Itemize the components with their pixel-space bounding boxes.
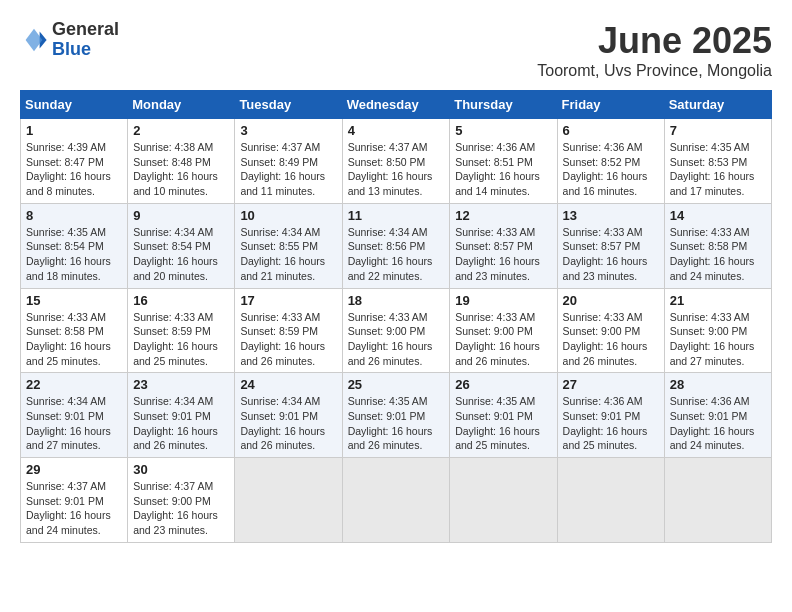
day-cell: 22 Sunrise: 4:34 AM Sunset: 9:01 PM Dayl…: [21, 373, 128, 458]
subtitle: Tooromt, Uvs Province, Mongolia: [537, 62, 772, 80]
day-number: 28: [670, 377, 766, 392]
day-number: 30: [133, 462, 229, 477]
day-cell: 11 Sunrise: 4:34 AM Sunset: 8:56 PM Dayl…: [342, 203, 450, 288]
day-detail: Sunrise: 4:33 AM Sunset: 8:58 PM Dayligh…: [26, 310, 122, 369]
calendar-week-row: 22 Sunrise: 4:34 AM Sunset: 9:01 PM Dayl…: [21, 373, 772, 458]
day-number: 17: [240, 293, 336, 308]
col-thursday: Thursday: [450, 91, 557, 119]
day-detail: Sunrise: 4:34 AM Sunset: 8:55 PM Dayligh…: [240, 225, 336, 284]
logo-general: General: [52, 19, 119, 39]
main-title: June 2025: [537, 20, 772, 62]
title-area: June 2025 Tooromt, Uvs Province, Mongoli…: [537, 20, 772, 80]
day-cell: 28 Sunrise: 4:36 AM Sunset: 9:01 PM Dayl…: [664, 373, 771, 458]
logo-icon: [20, 26, 48, 54]
day-cell: 8 Sunrise: 4:35 AM Sunset: 8:54 PM Dayli…: [21, 203, 128, 288]
logo-blue: Blue: [52, 39, 91, 59]
col-friday: Friday: [557, 91, 664, 119]
day-detail: Sunrise: 4:35 AM Sunset: 9:01 PM Dayligh…: [455, 394, 551, 453]
day-number: 24: [240, 377, 336, 392]
day-cell: 17 Sunrise: 4:33 AM Sunset: 8:59 PM Dayl…: [235, 288, 342, 373]
day-detail: Sunrise: 4:33 AM Sunset: 9:00 PM Dayligh…: [670, 310, 766, 369]
day-cell: 30 Sunrise: 4:37 AM Sunset: 9:00 PM Dayl…: [128, 458, 235, 543]
day-number: 6: [563, 123, 659, 138]
day-detail: Sunrise: 4:37 AM Sunset: 8:49 PM Dayligh…: [240, 140, 336, 199]
day-cell: 16 Sunrise: 4:33 AM Sunset: 8:59 PM Dayl…: [128, 288, 235, 373]
day-number: 14: [670, 208, 766, 223]
day-detail: Sunrise: 4:33 AM Sunset: 9:00 PM Dayligh…: [348, 310, 445, 369]
day-detail: Sunrise: 4:34 AM Sunset: 8:56 PM Dayligh…: [348, 225, 445, 284]
col-monday: Monday: [128, 91, 235, 119]
day-cell: 3 Sunrise: 4:37 AM Sunset: 8:49 PM Dayli…: [235, 119, 342, 204]
calendar-week-row: 15 Sunrise: 4:33 AM Sunset: 8:58 PM Dayl…: [21, 288, 772, 373]
empty-cell: [450, 458, 557, 543]
day-number: 18: [348, 293, 445, 308]
empty-cell: [557, 458, 664, 543]
calendar-header-row: Sunday Monday Tuesday Wednesday Thursday…: [21, 91, 772, 119]
day-cell: 10 Sunrise: 4:34 AM Sunset: 8:55 PM Dayl…: [235, 203, 342, 288]
day-detail: Sunrise: 4:33 AM Sunset: 8:57 PM Dayligh…: [563, 225, 659, 284]
col-wednesday: Wednesday: [342, 91, 450, 119]
day-cell: 18 Sunrise: 4:33 AM Sunset: 9:00 PM Dayl…: [342, 288, 450, 373]
col-sunday: Sunday: [21, 91, 128, 119]
day-cell: 20 Sunrise: 4:33 AM Sunset: 9:00 PM Dayl…: [557, 288, 664, 373]
day-cell: 9 Sunrise: 4:34 AM Sunset: 8:54 PM Dayli…: [128, 203, 235, 288]
day-detail: Sunrise: 4:34 AM Sunset: 9:01 PM Dayligh…: [240, 394, 336, 453]
day-cell: 2 Sunrise: 4:38 AM Sunset: 8:48 PM Dayli…: [128, 119, 235, 204]
day-number: 9: [133, 208, 229, 223]
day-number: 23: [133, 377, 229, 392]
day-number: 27: [563, 377, 659, 392]
day-detail: Sunrise: 4:35 AM Sunset: 8:53 PM Dayligh…: [670, 140, 766, 199]
day-detail: Sunrise: 4:34 AM Sunset: 9:01 PM Dayligh…: [26, 394, 122, 453]
day-cell: 4 Sunrise: 4:37 AM Sunset: 8:50 PM Dayli…: [342, 119, 450, 204]
col-tuesday: Tuesday: [235, 91, 342, 119]
day-cell: 24 Sunrise: 4:34 AM Sunset: 9:01 PM Dayl…: [235, 373, 342, 458]
day-detail: Sunrise: 4:36 AM Sunset: 9:01 PM Dayligh…: [670, 394, 766, 453]
day-detail: Sunrise: 4:36 AM Sunset: 8:52 PM Dayligh…: [563, 140, 659, 199]
day-cell: 26 Sunrise: 4:35 AM Sunset: 9:01 PM Dayl…: [450, 373, 557, 458]
day-number: 2: [133, 123, 229, 138]
logo-text: General Blue: [52, 20, 119, 60]
day-detail: Sunrise: 4:33 AM Sunset: 9:00 PM Dayligh…: [455, 310, 551, 369]
day-detail: Sunrise: 4:33 AM Sunset: 8:58 PM Dayligh…: [670, 225, 766, 284]
day-number: 21: [670, 293, 766, 308]
day-number: 11: [348, 208, 445, 223]
day-detail: Sunrise: 4:34 AM Sunset: 8:54 PM Dayligh…: [133, 225, 229, 284]
day-number: 4: [348, 123, 445, 138]
day-detail: Sunrise: 4:33 AM Sunset: 8:59 PM Dayligh…: [240, 310, 336, 369]
day-cell: 6 Sunrise: 4:36 AM Sunset: 8:52 PM Dayli…: [557, 119, 664, 204]
empty-cell: [664, 458, 771, 543]
day-cell: 19 Sunrise: 4:33 AM Sunset: 9:00 PM Dayl…: [450, 288, 557, 373]
calendar-week-row: 29 Sunrise: 4:37 AM Sunset: 9:01 PM Dayl…: [21, 458, 772, 543]
day-number: 22: [26, 377, 122, 392]
empty-cell: [342, 458, 450, 543]
logo: General Blue: [20, 20, 119, 60]
day-cell: 7 Sunrise: 4:35 AM Sunset: 8:53 PM Dayli…: [664, 119, 771, 204]
day-detail: Sunrise: 4:36 AM Sunset: 9:01 PM Dayligh…: [563, 394, 659, 453]
day-detail: Sunrise: 4:34 AM Sunset: 9:01 PM Dayligh…: [133, 394, 229, 453]
day-number: 25: [348, 377, 445, 392]
day-number: 3: [240, 123, 336, 138]
day-detail: Sunrise: 4:38 AM Sunset: 8:48 PM Dayligh…: [133, 140, 229, 199]
day-cell: 1 Sunrise: 4:39 AM Sunset: 8:47 PM Dayli…: [21, 119, 128, 204]
day-number: 13: [563, 208, 659, 223]
day-number: 19: [455, 293, 551, 308]
day-number: 16: [133, 293, 229, 308]
day-cell: 29 Sunrise: 4:37 AM Sunset: 9:01 PM Dayl…: [21, 458, 128, 543]
day-detail: Sunrise: 4:39 AM Sunset: 8:47 PM Dayligh…: [26, 140, 122, 199]
day-number: 29: [26, 462, 122, 477]
day-number: 7: [670, 123, 766, 138]
day-cell: 27 Sunrise: 4:36 AM Sunset: 9:01 PM Dayl…: [557, 373, 664, 458]
empty-cell: [235, 458, 342, 543]
day-detail: Sunrise: 4:36 AM Sunset: 8:51 PM Dayligh…: [455, 140, 551, 199]
day-number: 12: [455, 208, 551, 223]
calendar-table: Sunday Monday Tuesday Wednesday Thursday…: [20, 90, 772, 543]
day-detail: Sunrise: 4:33 AM Sunset: 9:00 PM Dayligh…: [563, 310, 659, 369]
day-number: 15: [26, 293, 122, 308]
day-number: 8: [26, 208, 122, 223]
day-cell: 5 Sunrise: 4:36 AM Sunset: 8:51 PM Dayli…: [450, 119, 557, 204]
calendar-week-row: 8 Sunrise: 4:35 AM Sunset: 8:54 PM Dayli…: [21, 203, 772, 288]
day-cell: 23 Sunrise: 4:34 AM Sunset: 9:01 PM Dayl…: [128, 373, 235, 458]
day-number: 5: [455, 123, 551, 138]
day-detail: Sunrise: 4:33 AM Sunset: 8:57 PM Dayligh…: [455, 225, 551, 284]
col-saturday: Saturday: [664, 91, 771, 119]
